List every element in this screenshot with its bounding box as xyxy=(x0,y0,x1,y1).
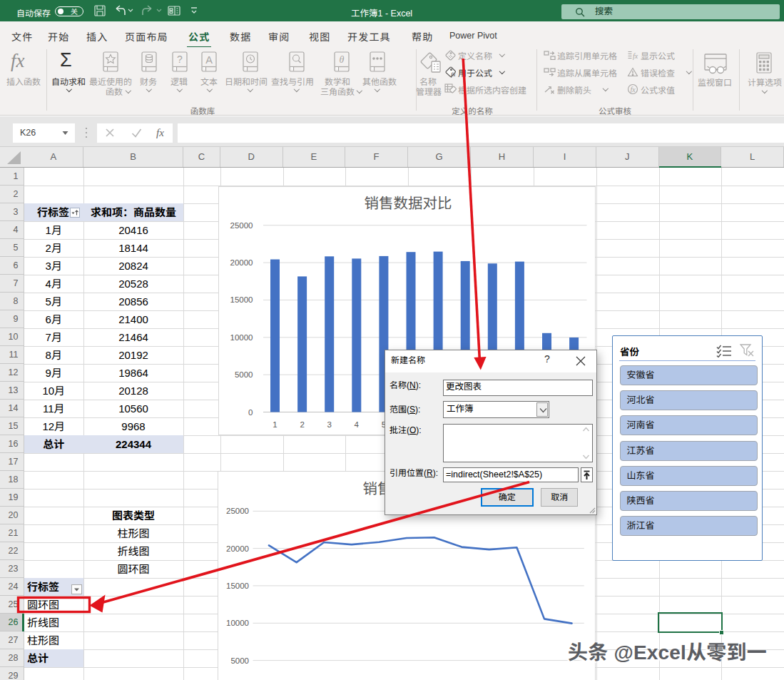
svg-text:fx: fx xyxy=(451,71,456,78)
svg-text:15000: 15000 xyxy=(226,582,249,590)
svg-text:0: 0 xyxy=(248,408,253,417)
svg-text:θ: θ xyxy=(340,54,345,65)
svg-text:15000: 15000 xyxy=(230,295,253,304)
svg-text:5000: 5000 xyxy=(235,370,253,379)
svg-text:1: 1 xyxy=(273,420,277,429)
svg-text:fx: fx xyxy=(633,52,638,60)
svg-text:4: 4 xyxy=(355,420,360,429)
svg-text:销售数据对比: 销售数据对比 xyxy=(365,195,452,211)
svg-text:fx: fx xyxy=(630,86,636,93)
svg-text:20000: 20000 xyxy=(230,258,253,267)
svg-text:20000: 20000 xyxy=(226,544,249,553)
svg-text:2: 2 xyxy=(300,420,304,429)
svg-text:A: A xyxy=(205,54,213,66)
svg-text:5000: 5000 xyxy=(230,656,249,665)
svg-text:?: ? xyxy=(177,54,183,65)
svg-text:3: 3 xyxy=(327,420,331,429)
svg-text:25000: 25000 xyxy=(230,221,253,230)
svg-text:25000: 25000 xyxy=(226,507,249,515)
svg-text:10000: 10000 xyxy=(230,333,253,342)
svg-text:10000: 10000 xyxy=(226,619,249,627)
